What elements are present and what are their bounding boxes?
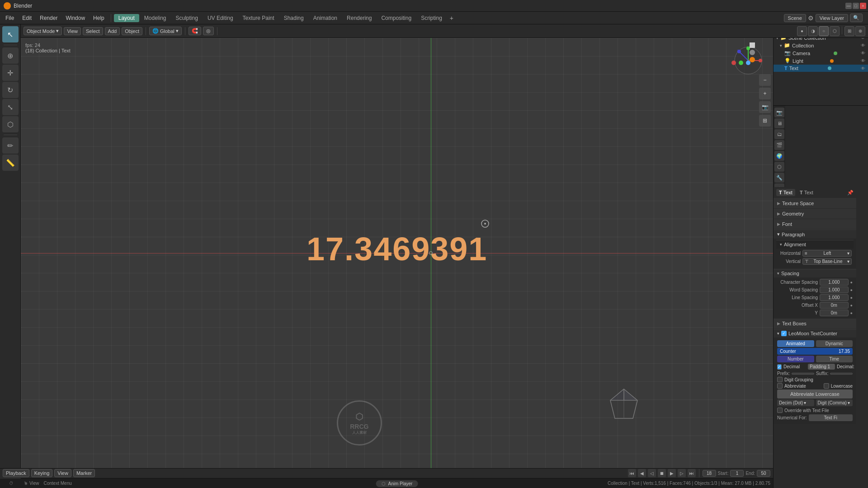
next-keyframe-button[interactable]: ▷ [678, 469, 686, 477]
decimal-checkbox[interactable]: ✓ [777, 364, 782, 370]
solid-shading-button[interactable]: ● [797, 26, 807, 36]
workspace-tab-scripting[interactable]: Scripting [416, 14, 447, 22]
prefix-input[interactable] [792, 373, 814, 375]
paragraph-section-header[interactable]: ▾ Paragraph [774, 230, 856, 239]
stop-button[interactable]: ⏹ [658, 469, 666, 477]
restore-button[interactable]: □ [853, 3, 859, 9]
menu-window[interactable]: Window [62, 14, 89, 22]
timeline-playback-menu[interactable]: Playback [3, 469, 29, 477]
view-layer-selector[interactable]: View Layer [816, 14, 848, 22]
offset-x-input[interactable]: 0m [820, 302, 849, 309]
workspace-tab-modeling[interactable]: Modeling [140, 14, 171, 22]
select-menu-button[interactable]: Select [83, 27, 103, 35]
overlays-button[interactable]: ⊞ [844, 26, 854, 36]
props-tab-text-1[interactable]: T Text [776, 189, 795, 196]
number-button[interactable]: Number [777, 356, 814, 362]
timeline-view-menu[interactable]: View [54, 469, 71, 477]
alignment-header[interactable]: ▾ Alignment [776, 240, 854, 249]
zoom-in-button[interactable]: + [759, 88, 771, 99]
rendered-shading-button[interactable]: ○ [819, 26, 829, 36]
workspace-tab-animation[interactable]: Animation [309, 14, 342, 22]
camera-view-button[interactable]: 📷 [759, 101, 771, 113]
tree-row-camera[interactable]: 📷 Camera 👁 [774, 49, 868, 57]
visibility-icon-4[interactable]: 👁 [861, 66, 865, 71]
text-boxes-section-header[interactable]: ▶ Text Boxes [774, 319, 856, 329]
render-props-icon[interactable]: 📷 [774, 108, 784, 117]
current-frame-input[interactable]: 18 [703, 470, 716, 477]
workspace-tab-shading[interactable]: Shading [279, 14, 308, 22]
mode-selector[interactable]: Object Mode ▾ [24, 27, 62, 35]
texture-space-section-header[interactable]: ▶ Texture Space [774, 198, 856, 209]
timeline-marker-menu[interactable]: Marker [73, 469, 95, 477]
add-menu-button[interactable]: Add [105, 27, 120, 35]
line-spacing-input[interactable]: 1.000 [820, 294, 849, 301]
zoom-out-button[interactable]: − [759, 74, 771, 86]
offset-y-anim-icon[interactable]: ● [850, 311, 853, 315]
workspace-tab-uv-editing[interactable]: UV Editing [203, 14, 238, 22]
word-spacing-anim-icon[interactable]: ● [850, 288, 853, 292]
vertical-align-selector[interactable]: ⊤ Top Base-Line ▾ [802, 258, 852, 265]
jump-start-button[interactable]: ⏮ [628, 469, 636, 477]
annotate-tool-button[interactable]: ✏ [2, 137, 19, 154]
tree-row-light[interactable]: 💡 Light 👁 [774, 57, 868, 65]
props-pin-icon[interactable]: 📌 [847, 190, 854, 196]
animated-button[interactable]: Animated [777, 340, 814, 347]
menu-help[interactable]: Help [90, 14, 108, 22]
menu-edit[interactable]: Edit [19, 14, 35, 22]
visibility-icon-1[interactable]: 👁 [861, 43, 865, 48]
scene-selector[interactable]: Scene [784, 14, 806, 22]
jump-end-button[interactable]: ⏭ [688, 469, 696, 477]
anim-player-button[interactable]: ⬡ Anim Player [376, 480, 418, 487]
horizontal-align-selector[interactable]: ≡ Left ▾ [802, 250, 852, 257]
proportional-edit-button[interactable]: ◎ [203, 27, 214, 35]
minimize-button[interactable]: — [845, 3, 852, 9]
spacing-section-header[interactable]: ▾ Spacing [774, 269, 856, 277]
workspace-add-button[interactable]: + [447, 14, 456, 23]
leomoon-checkbox[interactable]: ✓ [781, 331, 787, 336]
rotate-tool-button[interactable]: ↻ [2, 82, 19, 98]
counter-bar[interactable]: Counter 17.35 [777, 348, 853, 355]
tree-row-collection[interactable]: ▾ 📁 Collection 👁 [774, 42, 868, 49]
char-spacing-anim-icon[interactable]: ● [850, 280, 853, 285]
scale-tool-button[interactable]: ⤡ [2, 99, 19, 115]
start-frame-input[interactable]: 1 [730, 470, 744, 477]
search-button[interactable]: 🔍 [850, 14, 863, 22]
props-tab-text-2[interactable]: T Text [797, 189, 816, 196]
dynamic-button[interactable]: Dynamic [816, 340, 853, 347]
leomoon-section-header[interactable]: ▾ ✓ LeoMoon TextCounter [774, 329, 856, 338]
abbreviate-lowercase-button[interactable]: Abbreviate Lowercase [777, 389, 853, 399]
visibility-icon-2[interactable]: 👁 [861, 51, 865, 56]
timeline-keying-menu[interactable]: Keying [31, 469, 53, 477]
snap-toggle-button[interactable]: 🧲 [189, 27, 201, 35]
transform-tool-button[interactable]: ⬡ [2, 116, 19, 132]
object-menu-button[interactable]: Object [122, 27, 142, 35]
word-spacing-input[interactable]: 1.000 [820, 286, 849, 293]
suffix-input[interactable] [830, 373, 853, 375]
time-button[interactable]: Time [816, 356, 853, 362]
world-props-icon[interactable]: 🌍 [774, 151, 784, 161]
digit-selector[interactable]: Digit (Comma) ▾ [816, 399, 853, 406]
workspace-tab-rendering[interactable]: Rendering [342, 14, 376, 22]
view-layer-props-icon[interactable]: 🗂 [774, 129, 784, 139]
font-section-header[interactable]: ▶ Font [774, 219, 856, 230]
object-props-icon[interactable]: ⬡ [774, 162, 784, 172]
override-checkbox[interactable] [777, 408, 783, 413]
offset-y-input[interactable]: 0m [820, 310, 849, 316]
gizmos-button[interactable]: ⊕ [855, 26, 865, 36]
close-button[interactable]: × [860, 3, 866, 9]
workspace-tab-sculpting[interactable]: Sculpting [171, 14, 203, 22]
workspace-tab-compositing[interactable]: Compositing [377, 14, 416, 22]
digit-grouping-checkbox[interactable] [777, 377, 783, 382]
material-shading-button[interactable]: ◑ [808, 26, 818, 36]
line-spacing-anim-icon[interactable]: ● [850, 296, 853, 300]
text-fi-button[interactable]: Text Fi [809, 414, 853, 421]
workspace-tab-texture-paint[interactable]: Texture Paint [238, 14, 279, 22]
prev-keyframe-button[interactable]: ◀ [638, 469, 646, 477]
char-spacing-input[interactable]: 1.000 [820, 279, 849, 286]
offset-x-anim-icon[interactable]: ● [850, 303, 853, 308]
cursor-tool-button[interactable]: ⊕ [2, 47, 19, 64]
abbreviate-checkbox[interactable] [777, 383, 783, 389]
end-frame-input[interactable]: 50 [757, 470, 770, 477]
lowercase-checkbox[interactable] [824, 383, 829, 389]
visibility-icon-3[interactable]: 👁 [861, 58, 865, 63]
